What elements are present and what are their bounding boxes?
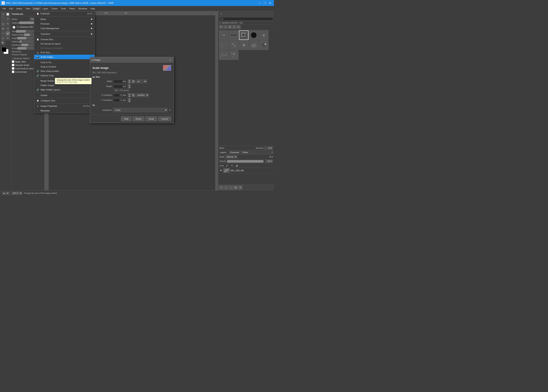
menu-image[interactable]: Image bbox=[32, 7, 41, 10]
layers-opacity-input[interactable]: 100,0 bbox=[265, 160, 273, 163]
dialog-cancel-button[interactable]: Cancel bbox=[158, 116, 171, 121]
filter-input[interactable] bbox=[219, 17, 273, 21]
minimize-button[interactable]: ─ bbox=[257, 1, 262, 5]
height-input[interactable]: 225 bbox=[113, 85, 127, 88]
brush-tool-refresh[interactable]: ↻ bbox=[236, 25, 241, 29]
menu-duplicate[interactable]: 📋 Duplicate Ctrl+D bbox=[34, 11, 95, 16]
yres-down[interactable]: ▼ bbox=[128, 100, 131, 102]
menu-precision[interactable]: Precision ▶ bbox=[34, 21, 95, 26]
brush-cell-blob1[interactable] bbox=[249, 40, 258, 50]
tool-zoom[interactable]: 🔍 bbox=[1, 41, 5, 45]
dialog-close-button[interactable]: ✕ bbox=[168, 58, 172, 62]
tool-text[interactable]: A bbox=[6, 36, 10, 40]
menu-windows[interactable]: Windows bbox=[77, 7, 89, 10]
tab-paths[interactable]: Paths bbox=[241, 150, 250, 154]
brush-cell-cross[interactable]: ✚ bbox=[239, 40, 249, 50]
menu-select[interactable]: Select bbox=[14, 7, 24, 10]
menu-zealous-crop[interactable]: 🔗 Zealous Crop bbox=[34, 73, 95, 78]
force-slider[interactable] bbox=[17, 47, 35, 50]
zoom-select[interactable]: 100 % bbox=[11, 191, 22, 195]
tool-move[interactable]: ✛ bbox=[1, 12, 5, 16]
menu-fit-canvas-selection[interactable]: Fit Canvas to Selection bbox=[34, 46, 95, 50]
height-up[interactable]: ▲ bbox=[128, 84, 131, 86]
dialog-help-button[interactable]: Help bbox=[121, 116, 132, 121]
menu-metadata[interactable]: Metadata ▶ bbox=[34, 108, 95, 113]
xres-up[interactable]: ▲ bbox=[128, 93, 131, 95]
brush-cell-star[interactable]: ★ bbox=[259, 30, 269, 40]
width-down[interactable]: ▼ bbox=[128, 82, 131, 84]
scroll-vertical[interactable] bbox=[215, 15, 218, 190]
angle-slider[interactable] bbox=[17, 37, 35, 40]
tool-paintbrush[interactable]: 🖌 bbox=[6, 31, 10, 35]
lock-move-icon[interactable]: ✛ bbox=[230, 164, 234, 167]
spacing-opt-input[interactable]: 10,0 bbox=[264, 147, 273, 150]
menu-filters[interactable]: Filters bbox=[68, 7, 77, 10]
interpolation-select[interactable]: Cubic Linear None NoHalo LoHalo bbox=[113, 108, 167, 112]
incremental-checkbox[interactable] bbox=[12, 70, 14, 73]
brush-tool-edit[interactable]: ✎ bbox=[219, 25, 223, 29]
tool-smudge[interactable]: 〜 bbox=[1, 31, 5, 35]
tool-rotate[interactable]: ↻ bbox=[6, 21, 10, 26]
tool-crop[interactable]: ◱ bbox=[1, 21, 5, 26]
chain-icon[interactable]: ⛓ bbox=[132, 80, 135, 83]
lock-brush-icon[interactable]: 🖌 bbox=[225, 164, 229, 167]
brush-cell-scribble[interactable] bbox=[219, 50, 229, 60]
maximize-button[interactable]: □ bbox=[263, 1, 267, 5]
resolution-unit[interactable]: pixels/in bbox=[136, 93, 149, 97]
brush-cell-texture1[interactable]: ∷ bbox=[219, 40, 229, 50]
menu-scale-image[interactable]: 📷 Scale Image... bbox=[34, 55, 95, 59]
menu-guides[interactable]: Guides ▶ bbox=[34, 93, 95, 98]
tool-fuzzy-select[interactable]: ✦ bbox=[6, 17, 10, 21]
tool-eraser[interactable]: ◻ bbox=[1, 36, 5, 40]
height-down[interactable]: ▼ bbox=[128, 86, 131, 88]
xres-input[interactable]: 72,000 bbox=[113, 93, 127, 97]
menu-crop-se[interactable]: Crop to Se... bbox=[34, 60, 95, 64]
dimension-unit[interactable]: px bbox=[136, 79, 147, 83]
tool-lasso[interactable]: ⌒ bbox=[1, 17, 5, 21]
layers-delete-btn[interactable]: ✕ bbox=[238, 185, 243, 190]
tool-heal[interactable]: ⊕ bbox=[1, 26, 5, 31]
menu-canvas-size[interactable]: 📋 Canvas Size... bbox=[34, 37, 95, 42]
width-input[interactable]: 300 bbox=[113, 80, 127, 83]
brush-tool-delete[interactable]: ✕ bbox=[232, 25, 236, 29]
menu-slice-guides[interactable]: 🔗 Slice Using Guides bbox=[34, 69, 95, 73]
layers-panel-menu[interactable]: ≡ bbox=[270, 150, 274, 154]
res-chain-icon[interactable]: ⛓ bbox=[132, 93, 135, 97]
menu-help[interactable]: Help bbox=[89, 7, 97, 10]
menu-transform[interactable]: Transform ▶ bbox=[34, 32, 95, 36]
menu-view[interactable]: View bbox=[24, 7, 32, 10]
layers-new-btn[interactable]: + bbox=[219, 185, 223, 190]
tab-layers[interactable]: Layers bbox=[218, 150, 228, 154]
size-slider[interactable] bbox=[16, 30, 35, 33]
brush-cell-blob2[interactable] bbox=[259, 40, 269, 50]
layers-duplicate-btn[interactable]: ⧉ bbox=[233, 185, 238, 190]
menu-crop-content[interactable]: Crop to Content bbox=[34, 64, 95, 69]
tool-rect-select[interactable]: ⬜ bbox=[6, 12, 10, 16]
brush-cell-speckle[interactable] bbox=[229, 50, 239, 60]
menu-align-visible[interactable]: 🔗 Align Visible Layers... bbox=[34, 87, 95, 92]
layers-opacity-slider[interactable] bbox=[227, 160, 264, 163]
layers-down-btn[interactable]: ↓ bbox=[229, 185, 233, 190]
brush-cell-line[interactable]: ━ bbox=[219, 30, 229, 40]
dialog-scale-button[interactable]: Scale bbox=[146, 116, 157, 121]
menu-file[interactable]: File bbox=[1, 7, 7, 10]
menu-layer[interactable]: Layer bbox=[41, 7, 50, 10]
layers-mode-select[interactable]: Normal bbox=[225, 155, 237, 159]
unit-select[interactable]: px bbox=[2, 191, 9, 195]
foreground-color-swatch[interactable] bbox=[2, 47, 6, 52]
brush-cell-2[interactable] bbox=[229, 30, 239, 40]
menu-print-size[interactable]: 🖨 Print Size... bbox=[34, 50, 95, 55]
hardness-slider[interactable] bbox=[21, 43, 35, 46]
xres-down[interactable]: ▼ bbox=[128, 95, 131, 97]
yres-input[interactable]: 72,000 bbox=[113, 98, 127, 102]
tab-channels[interactable]: Channels bbox=[228, 150, 241, 154]
menu-colors[interactable]: Colors bbox=[50, 7, 59, 10]
menu-mode[interactable]: Mode ▶ bbox=[34, 17, 95, 21]
smooth-stroke-checkbox[interactable] bbox=[12, 64, 14, 66]
close-button[interactable]: ✕ bbox=[268, 1, 272, 5]
layers-up-btn[interactable]: ↑ bbox=[224, 185, 228, 190]
lock-brush-checkbox[interactable] bbox=[12, 67, 14, 70]
dialog-reset-button[interactable]: Reset bbox=[132, 116, 144, 121]
apply-jitter-checkbox[interactable] bbox=[12, 60, 14, 63]
brush-icon[interactable]: ⬤ bbox=[12, 25, 16, 29]
